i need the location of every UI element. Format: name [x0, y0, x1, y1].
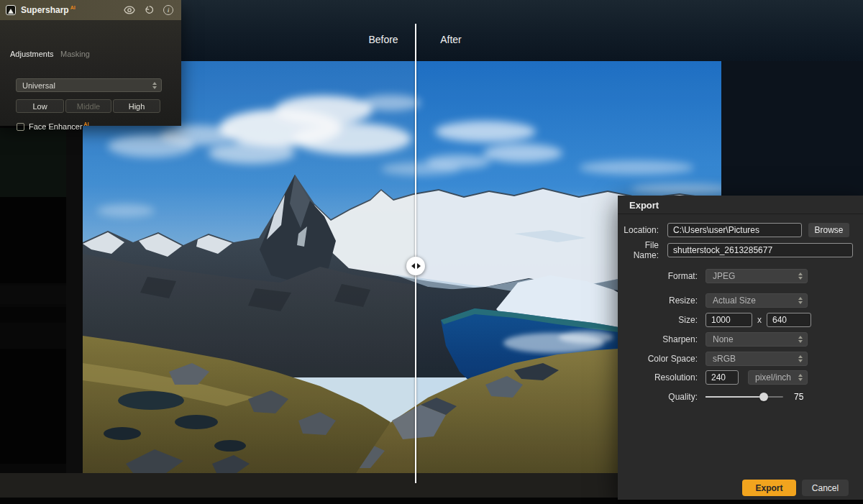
- sharpen-select[interactable]: None: [706, 332, 808, 347]
- panel-header: SupersharpAI i: [0, 0, 181, 20]
- before-label: Before: [355, 34, 412, 45]
- chevron-updown-icon: [798, 272, 803, 280]
- strength-middle-button[interactable]: Middle: [65, 99, 111, 113]
- size-separator: x: [757, 315, 762, 325]
- resize-value: Actual Size: [713, 295, 798, 306]
- chevron-updown-icon: [798, 355, 803, 362]
- resolution-label: Resolution:: [618, 372, 698, 382]
- size-height-input[interactable]: [767, 313, 811, 327]
- location-label: Location:: [618, 225, 659, 235]
- browse-button[interactable]: Browse: [808, 223, 849, 237]
- dimmed-block: [0, 128, 66, 197]
- panel-body: Adjustments Masking Universal Low Middle…: [0, 20, 181, 126]
- dimmed-block: [0, 349, 66, 464]
- sharpen-value: None: [713, 334, 798, 344]
- export-dialog-title: Export: [618, 196, 863, 214]
- export-button[interactable]: Export: [742, 480, 796, 496]
- compare-divider-handle[interactable]: [406, 257, 425, 275]
- chevron-updown-icon: [798, 297, 803, 304]
- format-select[interactable]: JPEG: [706, 269, 808, 283]
- location-input[interactable]: [667, 223, 802, 237]
- arrow-left-icon: [411, 263, 415, 269]
- face-enhancer-checkbox[interactable]: [17, 123, 24, 131]
- model-select[interactable]: Universal: [16, 78, 162, 92]
- resolution-input[interactable]: [706, 370, 739, 385]
- model-select-value: Universal: [22, 81, 55, 90]
- chevron-updown-icon: [798, 374, 803, 381]
- compare-divider-line[interactable]: [415, 24, 416, 483]
- face-enhancer-label: Face EnhancerAI: [29, 122, 89, 131]
- chevron-updown-icon: [798, 336, 803, 343]
- cancel-button[interactable]: Cancel: [802, 480, 849, 496]
- ai-badge: AI: [70, 5, 76, 10]
- file-name-input[interactable]: [667, 243, 853, 257]
- sharpen-label: Sharpen:: [618, 334, 698, 344]
- info-icon[interactable]: i: [163, 5, 174, 15]
- color-space-select[interactable]: sRGB: [706, 352, 808, 366]
- strength-low-button[interactable]: Low: [16, 99, 64, 113]
- resolution-unit-select[interactable]: pixel/inch: [748, 370, 808, 385]
- quality-slider[interactable]: [706, 396, 783, 398]
- dimmed-block: [0, 285, 66, 304]
- supersharp-logo-icon: [6, 5, 16, 15]
- after-label: After: [422, 34, 480, 45]
- preview-eye-icon[interactable]: [124, 5, 135, 15]
- color-space-label: Color Space:: [618, 354, 698, 364]
- supersharp-panel: SupersharpAI i Adjustments Masking Unive…: [0, 0, 181, 126]
- color-space-value: sRGB: [713, 354, 798, 364]
- app-window: Before After SupersharpAI i Adjustments …: [0, 0, 863, 504]
- format-value: JPEG: [713, 271, 798, 281]
- resize-select[interactable]: Actual Size: [706, 293, 808, 308]
- tab-masking[interactable]: Masking: [60, 50, 90, 58]
- quality-slider-thumb[interactable]: [759, 393, 768, 401]
- dimmed-block: [0, 307, 66, 323]
- panel-title: SupersharpAI: [21, 5, 76, 15]
- quality-label: Quality:: [618, 392, 698, 402]
- size-width-input[interactable]: [706, 313, 752, 327]
- arrow-right-icon: [417, 263, 421, 269]
- undo-icon[interactable]: [143, 5, 155, 15]
- quality-slider-fill: [706, 396, 764, 398]
- resolution-unit-value: pixel/inch: [755, 372, 798, 382]
- dimmed-block: [0, 326, 66, 346]
- chevron-updown-icon: [152, 82, 157, 89]
- quality-value: 75: [794, 392, 803, 402]
- size-label: Size:: [618, 315, 698, 325]
- format-label: Format:: [618, 271, 698, 281]
- file-name-label: File Name:: [618, 240, 659, 260]
- ai-badge: AI: [84, 122, 89, 127]
- strength-high-button[interactable]: High: [113, 99, 160, 113]
- export-dialog: Export Location: Browse File Name: Forma…: [618, 196, 863, 500]
- dimmed-block: [0, 197, 66, 283]
- resize-label: Resize:: [618, 295, 698, 306]
- tab-adjustments[interactable]: Adjustments: [10, 50, 54, 58]
